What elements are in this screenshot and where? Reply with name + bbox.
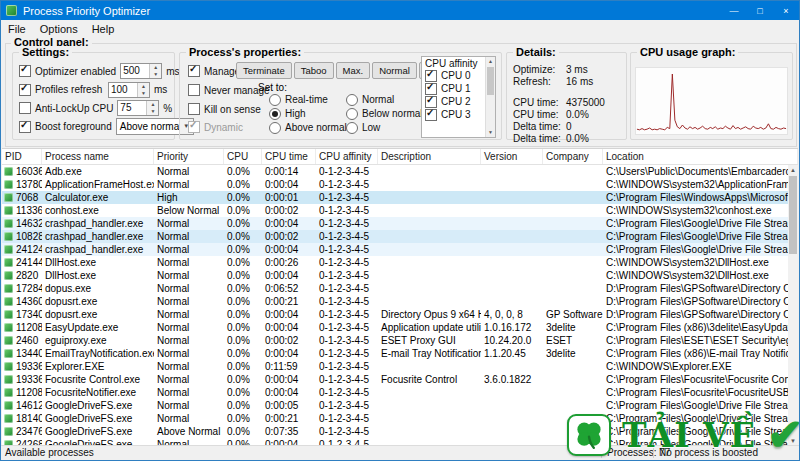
cell-pid: 19336 [2, 360, 42, 373]
cell-time: 0:00:26 [262, 256, 316, 269]
checkbox-icon[interactable] [425, 109, 437, 121]
column-header-description[interactable]: Description [378, 149, 481, 164]
column-header-pid[interactable]: PID [2, 149, 42, 164]
column-header-location[interactable]: Location [603, 149, 798, 164]
download-watermark[interactable]: TẢI VỀ ✔ [567, 410, 800, 460]
spinner-arrows-icon[interactable]: ▲▼ [146, 101, 158, 115]
radio-above-normal[interactable]: Above normal [269, 122, 347, 133]
cell-pid: 2820 [2, 269, 42, 282]
radio-dot-icon[interactable] [346, 108, 358, 120]
cell-pid: 23476 [2, 425, 42, 438]
cell-time: 0:00:04 [262, 269, 316, 282]
table-row[interactable]: 24144DllHost.exeNormal0.0%0:00:260-1-2-3… [2, 256, 788, 269]
radio-low[interactable]: Low [346, 122, 423, 133]
profiles-refresh-spinner[interactable]: 100 ▲▼ [108, 82, 150, 98]
column-header-company[interactable]: Company [543, 149, 603, 164]
table-row[interactable]: 16036Adb.exeNormal0.0%0:00:140-1-2-3-4-5… [2, 165, 788, 178]
detail-value: 0.0% [566, 133, 589, 145]
cell-priority: Normal [154, 399, 224, 412]
radio-real-time[interactable]: Real-time [269, 94, 347, 105]
scroll-down-icon[interactable]: ▼ [486, 128, 495, 137]
detail-key: Refresh: [513, 76, 566, 88]
cell-version [481, 217, 543, 230]
radio-dot-icon[interactable] [269, 108, 281, 120]
table-row[interactable]: 19336Explorer.EXENormal0.0%0:11:590-1-2-… [2, 360, 788, 373]
table-row[interactable]: 7068Calculator.exeHigh0.0%0:00:010-1-2-3… [2, 191, 788, 204]
boost-foreground-checkbox[interactable] [19, 121, 31, 133]
scrollbar-thumb[interactable] [789, 176, 797, 254]
minimize-button[interactable]: — [721, 1, 747, 20]
table-row[interactable]: 2820DllHost.exeNormal0.0%0:00:040-1-2-3-… [2, 269, 788, 282]
button-taboo[interactable]: Taboo [294, 62, 334, 79]
cell-affinity: 0-1-2-3-4-5 [316, 347, 378, 360]
cell-location: C:\Program Files (x86)\E-mail Tray Notif… [603, 347, 788, 360]
kill-on-sense-checkbox-row[interactable]: Kill on sense [188, 103, 261, 115]
cell-location: C:\Program Files\WindowsApps\Microsoft.W… [603, 191, 788, 204]
radio-dot-icon[interactable] [346, 122, 358, 134]
table-row[interactable]: 19336Focusrite Control.exeNormal0.0%0:00… [2, 373, 788, 386]
table-row[interactable]: 2460eguiproxy.exeNormal0.0%0:00:020-1-2-… [2, 334, 788, 347]
titlebar[interactable]: Process Priority Optimizer — □ × [1, 1, 799, 20]
radio-dot-icon[interactable] [269, 122, 281, 134]
menu-file[interactable]: File [1, 22, 33, 36]
table-row[interactable]: 17284dopus.exeNormal0.0%0:06:520-1-2-3-4… [2, 282, 788, 295]
table-row[interactable]: 14632crashpad_handler.exeNormal0.0%0:00:… [2, 217, 788, 230]
table-row[interactable]: 11208FocusriteNotifier.exeNormal0.0%0:00… [2, 386, 788, 399]
cell-priority: Normal [154, 360, 224, 373]
cell-affinity: 0-1-2-3-4-5 [316, 386, 378, 399]
column-header-version[interactable]: Version [481, 149, 543, 164]
anti-lockup-spinner[interactable]: 75 ▲▼ [117, 100, 159, 116]
table-row[interactable]: 13780ApplicationFrameHost.exeNormal0.0%0… [2, 178, 788, 191]
menu-options[interactable]: Options [33, 22, 85, 36]
column-header-cpu[interactable]: CPU [224, 149, 262, 164]
cell-company: GP Software [543, 308, 603, 321]
kill-on-sense-checkbox[interactable] [188, 103, 200, 115]
cell-priority: Normal [154, 256, 224, 269]
scroll-up-icon[interactable]: ▲ [486, 57, 495, 66]
table-row[interactable]: 11336conhost.exeBelow Normal0.0%0:00:020… [2, 204, 788, 217]
table-row[interactable]: 14360dopusrt.exeNormal0.0%0:00:210-1-2-3… [2, 295, 788, 308]
cell-cpu: 0.0% [224, 386, 262, 399]
table-row[interactable]: 11208EasyUpdate.exeNormal0.0%0:00:040-1-… [2, 321, 788, 334]
profiles-refresh-checkbox[interactable] [19, 84, 31, 96]
radio-below-normal[interactable]: Below normal [346, 108, 423, 119]
cell-company [543, 191, 603, 204]
cell-affinity: 0-1-2-3-4-5 [316, 256, 378, 269]
spinner-arrows-icon[interactable]: ▲▼ [137, 83, 149, 97]
table-row[interactable]: 10828crashpad_handler.exeNormal0.0%0:00:… [2, 230, 788, 243]
cell-affinity: 0-1-2-3-4-5 [316, 230, 378, 243]
button-terminate[interactable]: Terminate [236, 62, 292, 79]
radio-dot-icon[interactable] [346, 94, 358, 106]
button-normal[interactable]: Normal [372, 62, 417, 79]
scrollbar-thumb[interactable] [487, 67, 494, 95]
radio-high[interactable]: High [269, 108, 347, 119]
column-header-process-name[interactable]: Process name [42, 149, 154, 164]
radio-normal[interactable]: Normal [346, 94, 423, 105]
table-row[interactable]: 24124crashpad_handler.exeNormal0.0%0:00:… [2, 243, 788, 256]
table-row[interactable]: 13440EmailTrayNotification.exeNormal0.0%… [2, 347, 788, 360]
properties-group-label: Process's properties: [186, 46, 304, 58]
close-button[interactable]: × [773, 1, 799, 20]
scroll-up-icon[interactable]: ▲ [788, 165, 798, 175]
never-manage-checkbox[interactable] [188, 84, 200, 96]
details-top: Optimize:3 msRefresh:16 ms [513, 64, 622, 88]
menu-help[interactable]: Help [85, 22, 122, 36]
column-header-priority[interactable]: Priority [154, 149, 224, 164]
managed-checkbox[interactable] [188, 65, 200, 77]
action-buttons: TerminateTabooMax.NormalMin. [236, 62, 451, 79]
column-header-cpu-time[interactable]: CPU time [262, 149, 316, 164]
radio-dot-icon[interactable] [269, 94, 281, 106]
table-scrollbar[interactable]: ▲ ▼ [788, 165, 798, 446]
cell-pid: 10828 [2, 230, 42, 243]
table-row[interactable]: 17340dopusrt.exeNormal0.0%0:00:040-1-2-3… [2, 308, 788, 321]
affinity-scrollbar[interactable]: ▲ ▼ [485, 57, 495, 137]
column-header-cpu-affinity[interactable]: CPU affinity [316, 149, 378, 164]
optimizer-interval-spinner[interactable]: 500 ▲▼ [120, 63, 162, 79]
cell-desc [378, 243, 481, 256]
maximize-button[interactable]: □ [747, 1, 773, 20]
optimizer-enabled-checkbox[interactable] [19, 65, 31, 77]
spinner-arrows-icon[interactable]: ▲▼ [149, 64, 161, 78]
anti-lockup-checkbox[interactable] [19, 102, 31, 114]
button-max[interactable]: Max. [336, 62, 371, 79]
cell-pid: 18140 [2, 412, 42, 425]
